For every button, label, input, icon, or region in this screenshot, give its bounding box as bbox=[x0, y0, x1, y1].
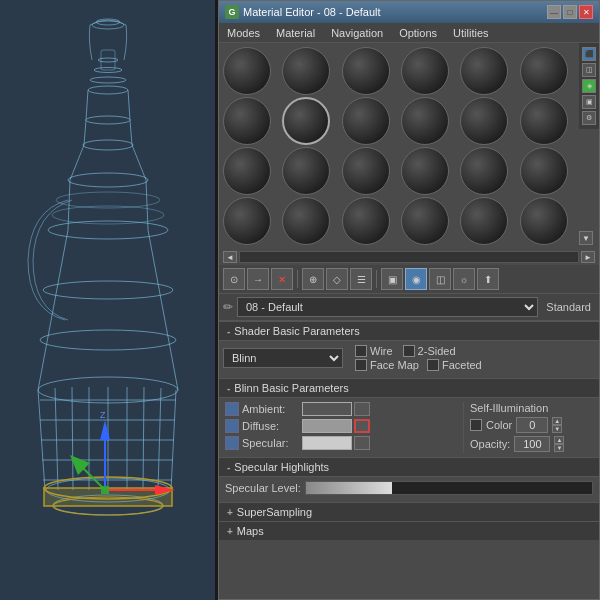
mat-slot-17[interactable] bbox=[460, 147, 508, 195]
mat-slot-18[interactable] bbox=[520, 147, 568, 195]
mat-slot-21[interactable] bbox=[342, 197, 390, 245]
mat-slot-24[interactable] bbox=[520, 197, 568, 245]
faceted-checkbox[interactable] bbox=[427, 359, 439, 371]
blinn-section-title: Blinn Basic Parameters bbox=[234, 382, 348, 394]
si-spinner-up[interactable]: ▲ bbox=[552, 417, 562, 425]
delete-material-button[interactable]: ✕ bbox=[271, 268, 293, 290]
mat-slot-10[interactable] bbox=[401, 97, 449, 145]
shader-collapse-icon: - bbox=[227, 326, 230, 337]
material-slots-container: ▲ ▼ bbox=[219, 43, 599, 249]
mat-slot-16[interactable] bbox=[401, 147, 449, 195]
material-id-button[interactable]: ▣ bbox=[381, 268, 403, 290]
diffuse-map-button[interactable] bbox=[354, 419, 370, 433]
minimize-button[interactable]: — bbox=[547, 5, 561, 19]
menu-material[interactable]: Material bbox=[272, 25, 319, 41]
mat-slot-5[interactable] bbox=[460, 47, 508, 95]
menu-utilities[interactable]: Utilities bbox=[449, 25, 492, 41]
mat-slot-3[interactable] bbox=[342, 47, 390, 95]
slots-scroll-right[interactable]: ► bbox=[581, 251, 595, 263]
put-library-button[interactable]: ☰ bbox=[350, 268, 372, 290]
show-end-result-button[interactable]: ☼ bbox=[453, 268, 475, 290]
viewport: Z bbox=[0, 0, 215, 600]
options-icon[interactable]: ⚙ bbox=[582, 111, 596, 125]
mat-slot-22[interactable] bbox=[401, 197, 449, 245]
mat-slot-7[interactable] bbox=[223, 97, 271, 145]
mat-slot-4[interactable] bbox=[401, 47, 449, 95]
mat-slot-9[interactable] bbox=[342, 97, 390, 145]
face-map-checkbox-group: Face Map bbox=[355, 359, 419, 371]
maps-section[interactable]: + Maps bbox=[219, 521, 599, 540]
mat-slot-6[interactable] bbox=[520, 47, 568, 95]
diffuse-row: Diffuse: bbox=[225, 419, 455, 433]
opacity-value-input[interactable] bbox=[514, 436, 550, 452]
face-map-checkbox[interactable] bbox=[355, 359, 367, 371]
show-map-button[interactable]: ◉ bbox=[405, 268, 427, 290]
specular-color-swatch[interactable] bbox=[302, 436, 352, 450]
mat-slot-2[interactable] bbox=[282, 47, 330, 95]
slots-scroll-left[interactable]: ◄ bbox=[223, 251, 237, 263]
mat-slot-19[interactable] bbox=[223, 197, 271, 245]
svg-text:Z: Z bbox=[100, 410, 106, 420]
mat-slot-14[interactable] bbox=[282, 147, 330, 195]
slots-scroll-track[interactable] bbox=[239, 251, 579, 263]
mat-slot-23[interactable] bbox=[460, 197, 508, 245]
go-to-parent-button[interactable]: ⬆ bbox=[477, 268, 499, 290]
mat-slot-13[interactable] bbox=[223, 147, 271, 195]
put-to-scene-button[interactable]: → bbox=[247, 268, 269, 290]
shader-basic-params: Blinn Wire 2-Sided bbox=[219, 341, 599, 378]
show-background-button[interactable]: ◫ bbox=[429, 268, 451, 290]
ambient-row: Ambient: bbox=[225, 402, 455, 416]
specular-level-bar[interactable] bbox=[305, 481, 593, 495]
mat-slot-12[interactable] bbox=[520, 97, 568, 145]
pick-material-button[interactable]: ⊙ bbox=[223, 268, 245, 290]
mat-slot-20[interactable] bbox=[282, 197, 330, 245]
svg-rect-52 bbox=[101, 486, 109, 494]
menu-modes[interactable]: Modes bbox=[223, 25, 264, 41]
spec-section-title: Specular Highlights bbox=[234, 461, 329, 473]
si-spinner-down[interactable]: ▼ bbox=[552, 425, 562, 433]
mat-slot-1[interactable] bbox=[223, 47, 271, 95]
material-name-select[interactable]: 08 - Default bbox=[237, 297, 538, 317]
opacity-spinner-up[interactable]: ▲ bbox=[554, 436, 564, 444]
sample-uv-icon[interactable]: ◈ bbox=[582, 79, 596, 93]
shader-section-header[interactable]: - Shader Basic Parameters bbox=[219, 321, 599, 341]
si-value-input[interactable] bbox=[516, 417, 548, 433]
svg-rect-0 bbox=[0, 0, 215, 600]
maximize-button[interactable]: □ bbox=[563, 5, 577, 19]
two-sided-checkbox[interactable] bbox=[403, 345, 415, 357]
ambient-color-swatch[interactable] bbox=[302, 402, 352, 416]
background-checker-icon[interactable]: ⬛ bbox=[582, 47, 596, 61]
shader-type-select[interactable]: Blinn bbox=[223, 348, 343, 368]
specular-level-fill bbox=[306, 482, 392, 494]
copy-button[interactable]: ⊕ bbox=[302, 268, 324, 290]
close-button[interactable]: ✕ bbox=[579, 5, 593, 19]
mat-slot-8[interactable] bbox=[282, 97, 330, 145]
mat-slot-15[interactable] bbox=[342, 147, 390, 195]
specular-map-button[interactable] bbox=[354, 436, 370, 450]
material-slots-grid bbox=[223, 47, 577, 245]
material-name-row: ✏ 08 - Default Standard bbox=[219, 294, 599, 321]
opacity-spinner-down[interactable]: ▼ bbox=[554, 444, 564, 452]
mat-slot-11[interactable] bbox=[460, 97, 508, 145]
supersampling-section[interactable]: + SuperSampling bbox=[219, 502, 599, 521]
blinn-section-header[interactable]: - Blinn Basic Parameters bbox=[219, 378, 599, 398]
slots-scroll-down[interactable]: ▼ bbox=[579, 231, 593, 245]
supersampling-label: SuperSampling bbox=[237, 506, 312, 518]
wire-checkbox[interactable] bbox=[355, 345, 367, 357]
si-color-checkbox[interactable] bbox=[470, 419, 482, 431]
specular-level-label: Specular Level: bbox=[225, 482, 305, 494]
unique-button[interactable]: ◇ bbox=[326, 268, 348, 290]
ambient-label: Ambient: bbox=[242, 403, 302, 415]
menu-navigation[interactable]: Navigation bbox=[327, 25, 387, 41]
menu-options[interactable]: Options bbox=[395, 25, 441, 41]
ambient-map-button[interactable] bbox=[354, 402, 370, 416]
spec-section-header[interactable]: - Specular Highlights bbox=[219, 457, 599, 477]
parameters-area: - Shader Basic Parameters Blinn Wire bbox=[219, 321, 599, 599]
sample-type-icon[interactable]: ▣ bbox=[582, 95, 596, 109]
diffuse-color-swatch[interactable] bbox=[302, 419, 352, 433]
bottom-sections: + SuperSampling + Maps bbox=[219, 502, 599, 540]
specular-label: Specular: bbox=[242, 437, 302, 449]
backlight-icon[interactable]: ◫ bbox=[582, 63, 596, 77]
slots-scrollbar: ◄ ► bbox=[219, 249, 599, 265]
wire-checkbox-group: Wire bbox=[355, 345, 393, 357]
